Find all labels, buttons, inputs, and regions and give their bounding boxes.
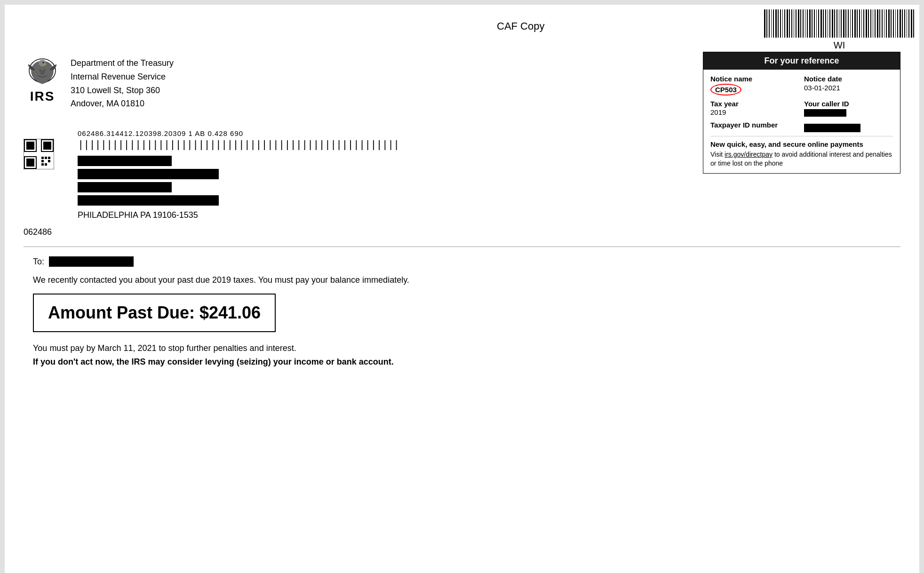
qr-code-icon <box>24 139 54 169</box>
caller-id-cell: Your caller ID <box>804 99 893 117</box>
addr-line3-redacted <box>78 182 172 192</box>
irs-address-line4: Andover, MA 01810 <box>71 97 174 111</box>
irs-notice-page: CAF Copy WI For your reference Notice na… <box>5 5 919 573</box>
svg-rect-12 <box>48 157 50 159</box>
caf-copy-label: CAF Copy <box>497 20 544 32</box>
notice-name-value: CP503 <box>710 84 799 96</box>
top-barcode <box>764 9 915 38</box>
reference-body: Notice name CP503 Notice date 03-01-2021… <box>703 70 900 173</box>
mail-address-block: 062486.314412.120398.20309 1 AB 0.428 69… <box>78 129 399 220</box>
svg-rect-13 <box>41 160 44 162</box>
top-barcode-area: WI <box>764 9 915 51</box>
irs-logo: IRS <box>24 56 61 104</box>
svg-rect-9 <box>26 159 34 167</box>
separator-line <box>24 247 900 247</box>
irs-eagle-icon <box>26 56 59 87</box>
notice-date-label: Notice date <box>804 74 893 84</box>
letter-content: To: We recently contacted you about your… <box>24 256 900 369</box>
addr-city: PHILADELPHIA PA 19106-1535 <box>78 210 399 220</box>
svg-point-1 <box>39 60 46 66</box>
svg-rect-14 <box>48 160 50 162</box>
irs-link: irs.gov/directpay <box>725 151 773 158</box>
wi-label: WI <box>834 40 845 51</box>
notice-name-label: Notice name <box>710 74 799 84</box>
svg-rect-16 <box>41 163 44 166</box>
irs-address-line1: Department of the Treasury <box>71 56 174 70</box>
reference-header: For your reference <box>703 52 900 70</box>
notice-date-cell: Notice date 03-01-2021 <box>804 74 893 96</box>
irs-wordmark: IRS <box>30 89 55 104</box>
addr-line4-redacted <box>78 195 219 206</box>
irs-address-line3: 310 Lowell St, Stop 360 <box>71 84 174 97</box>
irs-address-line2: Internal Revenue Service <box>71 70 174 84</box>
svg-rect-5 <box>26 142 34 150</box>
taxpayer-id-label: Taxpayer ID number <box>710 120 799 130</box>
to-label: To: <box>33 257 44 267</box>
taxpayer-id-value-cell <box>804 120 893 132</box>
to-recipient-redacted <box>49 256 134 267</box>
svg-rect-10 <box>41 157 44 159</box>
taxpayer-id-cell: Taxpayer ID number <box>710 120 799 132</box>
taxpayer-id-redacted <box>804 124 860 132</box>
svg-rect-7 <box>43 142 51 150</box>
addr-line1-redacted <box>78 156 172 166</box>
irs-address: Department of the Treasury Internal Reve… <box>71 56 174 111</box>
warning-text: If you don't act now, the IRS may consid… <box>33 355 891 369</box>
svg-rect-15 <box>45 163 47 166</box>
letter-body-text: We recently contacted you about your pas… <box>33 274 891 286</box>
amount-past-due-text: Amount Past Due: $241.06 <box>48 303 261 322</box>
amount-past-due-box: Amount Past Due: $241.06 <box>33 294 276 332</box>
addr-line2-redacted <box>78 169 219 179</box>
notice-name-cell: Notice name CP503 <box>710 74 799 96</box>
caller-id-label: Your caller ID <box>804 99 893 109</box>
svg-rect-11 <box>45 157 47 159</box>
online-payments-text: Visit irs.gov/directpay to avoid additio… <box>710 150 893 168</box>
postal-barcode: ||||||||||||||||||||||||||||||||||||||||… <box>78 139 399 151</box>
to-line: To: <box>33 256 891 267</box>
tax-year-label: Tax year <box>710 99 799 109</box>
barcode-string: 062486.314412.120398.20309 1 AB 0.428 69… <box>78 129 399 137</box>
tax-year-value: 2019 <box>710 108 799 116</box>
notice-row: Notice name CP503 Notice date 03-01-2021 <box>710 74 893 96</box>
caller-id-value <box>804 108 893 117</box>
taxpayer-id-row: Taxpayer ID number <box>710 120 893 132</box>
tax-year-cell: Tax year 2019 <box>710 99 799 117</box>
reference-box: For your reference Notice name CP503 Not… <box>703 52 900 174</box>
warning-bold-text: If you don't act now, the IRS may consid… <box>33 357 394 366</box>
online-payments-bold: New quick, easy, and secure online payme… <box>710 140 893 148</box>
ref-divider <box>710 136 893 136</box>
notice-date-value: 03-01-2021 <box>804 84 893 92</box>
pay-by-text: You must pay by March 11, 2021 to stop f… <box>33 342 891 355</box>
tax-year-row: Tax year 2019 Your caller ID <box>710 99 893 117</box>
caller-id-redacted <box>804 109 846 117</box>
account-number: 062486 <box>24 227 900 237</box>
svg-point-2 <box>43 62 44 64</box>
notice-value-circled: CP503 <box>710 84 741 96</box>
address-redacted-blocks: PHILADELPHIA PA 19106-1535 <box>78 156 399 220</box>
